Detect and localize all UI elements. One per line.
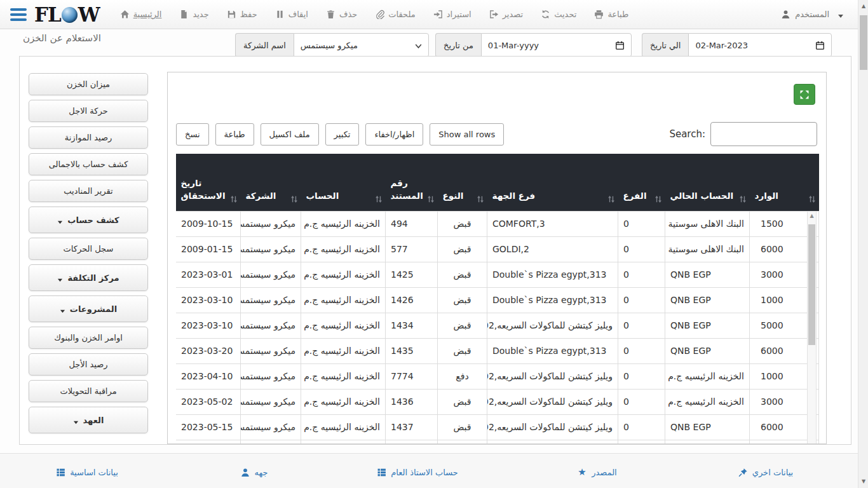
- calendar-icon[interactable]: [615, 41, 625, 50]
- table-cell: قبض: [438, 236, 487, 262]
- company-select[interactable]: ميكرو سيستمس: [294, 33, 429, 57]
- table-cell: 2023-05-15: [176, 414, 241, 440]
- sidebar-item-4[interactable]: تقرير المناديب: [29, 180, 148, 202]
- table-cell: دفع: [438, 363, 487, 389]
- footer-link-2[interactable]: حساب الاستاذ العام: [377, 468, 458, 477]
- toolbar-button-5[interactable]: Show all rows: [430, 123, 504, 146]
- page-scrollbar-thumb[interactable]: [860, 15, 867, 70]
- footer-link-3[interactable]: ★المصدر: [578, 468, 616, 477]
- table-cell: ويليز كيتشن للماكولات السريعه,202: [487, 414, 618, 440]
- column-header-6[interactable]: الحساب: [301, 154, 386, 211]
- sidebar-item-3[interactable]: كشف حساب بالاجمالى: [29, 153, 148, 175]
- nav-item-refresh[interactable]: تحديث: [532, 0, 585, 29]
- user-icon: [781, 10, 790, 19]
- scroll-up-icon[interactable]: ▲: [808, 212, 816, 220]
- nav-item-print[interactable]: طباعة: [585, 0, 637, 29]
- nav-item-delete[interactable]: حذف: [317, 0, 366, 29]
- to-date-label: الي تاريخ: [642, 33, 688, 57]
- table-row[interactable]: 3000الخزينه الرئيسيه ج.م0ويليز كيتشن للم…: [176, 389, 819, 414]
- table-row[interactable]: 6000البنك الاهلى سوستية02,GOLDIقبض577الخ…: [176, 236, 819, 262]
- table-cell: الخزينه الرئيسيه ج.م: [665, 363, 750, 389]
- footer-link-4[interactable]: بيانات اخري: [738, 468, 793, 477]
- search-input[interactable]: [710, 122, 817, 146]
- table-scrollbar-thumb[interactable]: [808, 224, 815, 345]
- from-date-input[interactable]: [488, 41, 615, 50]
- table-row[interactable]: 1500البنك الاهلى سوستية03,COMFORTقبض494ا…: [176, 211, 819, 236]
- toolbar-button-0[interactable]: نسخ: [176, 123, 209, 146]
- table-cell: قبض: [438, 211, 487, 236]
- table-scrollbar[interactable]: ▲: [807, 211, 817, 444]
- company-label: اسم الشركة: [235, 33, 294, 57]
- nav-item-label: تحديث: [554, 10, 576, 19]
- sort-icon: [290, 194, 299, 204]
- table-cell: [176, 440, 241, 444]
- to-date-input[interactable]: [695, 41, 815, 50]
- sidebar-item-7[interactable]: مركز التكلفة: [29, 264, 148, 291]
- table-cell: 1437: [386, 414, 438, 440]
- nav-item-save[interactable]: حفظ: [218, 0, 266, 29]
- nav-item-home[interactable]: الرئيسية: [111, 0, 171, 29]
- nav-item-file[interactable]: جديد: [170, 0, 217, 29]
- footer-link-1[interactable]: جهه: [241, 468, 268, 477]
- table-cell: الخزينه الرئيسيه ج.م: [301, 262, 386, 287]
- toolbar-button-4[interactable]: اظهار/اخفاء: [365, 123, 423, 146]
- chevron-down-icon: [415, 42, 422, 49]
- column-header-4[interactable]: النوع: [438, 154, 487, 211]
- sidebar-item-12[interactable]: العهد: [29, 407, 148, 433]
- sidebar-item-label: العهد: [83, 416, 104, 425]
- toolbar-button-3[interactable]: تكبير: [325, 123, 360, 146]
- table-row[interactable]: 1000QNB EGP0313,Double`s Pizza egyptقبض1…: [176, 287, 819, 313]
- scroll-up-icon[interactable]: ▲: [858, 1, 868, 11]
- page-scrollbar[interactable]: ▲ ▼: [858, 0, 868, 488]
- nav-item-export[interactable]: تصدير: [480, 0, 532, 29]
- sidebar-item-2[interactable]: رصيد الموازنة: [29, 126, 148, 149]
- brand-text-left: FL: [34, 3, 61, 26]
- fullscreen-button[interactable]: [794, 84, 815, 105]
- table-cell: قبض: [438, 313, 487, 338]
- sidebar-item-label: المشروعات: [70, 304, 117, 314]
- table-cell: 0: [618, 313, 665, 338]
- footer-link-0[interactable]: بيانات اساسية: [56, 468, 118, 477]
- table-cell: قبض: [438, 262, 487, 287]
- nav-item-import[interactable]: استيراد: [424, 0, 480, 29]
- scroll-down-icon[interactable]: ▼: [858, 477, 868, 487]
- nav-item-label: تصدير: [503, 10, 524, 19]
- column-header-0[interactable]: الوارد: [750, 154, 819, 211]
- sidebar-item-11[interactable]: مراقبة التحويلات: [29, 380, 148, 402]
- calendar-icon[interactable]: [815, 41, 825, 50]
- menu-toggle-icon[interactable]: [10, 8, 27, 21]
- sort-icon: [808, 194, 817, 204]
- brand-logo[interactable]: FLW: [34, 3, 100, 26]
- column-header-8[interactable]: تاريخ الاستحقاق: [176, 154, 241, 211]
- sidebar-item-9[interactable]: اوامر الخزن والبنوك: [29, 327, 148, 349]
- table-cell: [301, 440, 386, 444]
- table-cell: 1436: [386, 389, 438, 414]
- sidebar-item-8[interactable]: المشروعات: [29, 295, 148, 322]
- refresh-icon: [541, 10, 550, 19]
- nav-item-label: استيراد: [447, 10, 471, 19]
- table-row[interactable]: 1000الخزينه الرئيسيه ج.م0ويليز كيتشن للم…: [176, 363, 819, 389]
- sidebar-item-10[interactable]: رصيد الأجل: [29, 353, 148, 376]
- nav-item-pause[interactable]: ايقاف: [266, 0, 317, 29]
- toolbar-button-1[interactable]: طباعة: [215, 123, 254, 146]
- table-cell: 0: [618, 338, 665, 363]
- table-row[interactable]: 6000QNB EGP0ويليز كيتشن للماكولات السريع…: [176, 414, 819, 440]
- table-row[interactable]: 5000QNB EGP0ويليز كيتشن للماكولات السريع…: [176, 313, 819, 338]
- sidebar-item-5[interactable]: كشف حساب: [29, 207, 148, 233]
- sidebar-item-1[interactable]: حركة الاجل: [29, 100, 148, 122]
- column-header-3[interactable]: فرع الجهة: [487, 154, 618, 211]
- nav-item-attachments[interactable]: ملحقات: [366, 0, 424, 29]
- column-header-2[interactable]: الفرع: [618, 154, 665, 211]
- column-header-1[interactable]: الحساب الحالي: [665, 154, 750, 211]
- sidebar-item-0[interactable]: ميزان الخزن: [29, 73, 148, 95]
- column-header-label: النوع: [443, 191, 464, 201]
- sidebar-item-6[interactable]: سجل الحركات: [29, 238, 148, 260]
- table-row[interactable]: 6000QNB EGP0313,Double`s Pizza egyptقبض1…: [176, 338, 819, 363]
- toolbar-button-2[interactable]: ملف اكسيل: [261, 123, 319, 146]
- table-row[interactable]: 3000QNB EGP0313,Double`s Pizza egyptقبض1…: [176, 262, 819, 287]
- column-header-5[interactable]: رقم المستند: [386, 154, 438, 211]
- column-header-7[interactable]: الشركة: [241, 154, 301, 211]
- user-menu[interactable]: المستخدم: [781, 10, 862, 19]
- table-cell: 2023-05-02: [176, 389, 241, 414]
- main-panel: ميزان الخزنحركة الاجلرصيد الموازنةكشف حس…: [19, 56, 851, 445]
